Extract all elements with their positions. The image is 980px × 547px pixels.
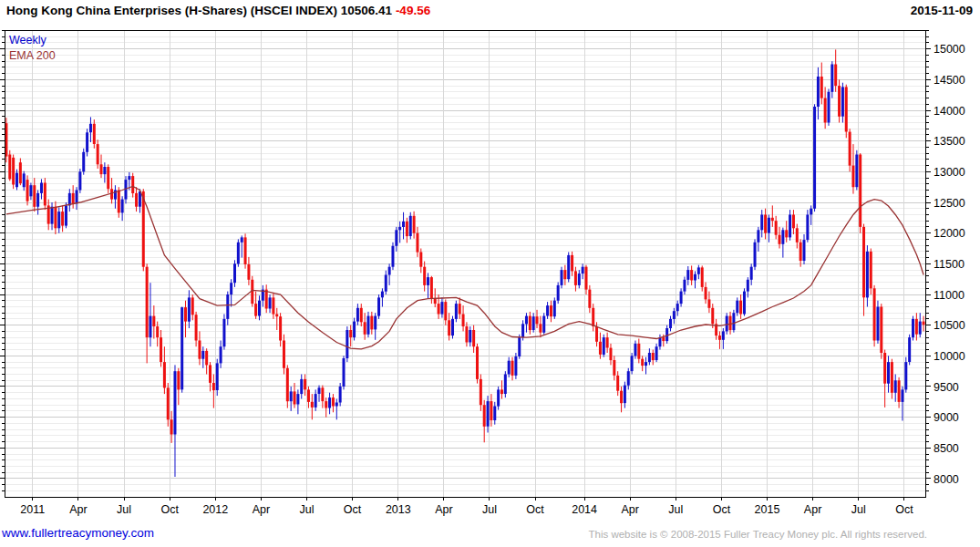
legend-weekly: Weekly (9, 33, 56, 48)
svg-text:Apr: Apr (435, 503, 452, 516)
svg-text:Jul: Jul (851, 503, 866, 516)
svg-text:2015: 2015 (755, 503, 780, 516)
svg-text:Oct: Oct (160, 503, 179, 516)
svg-text:Apr: Apr (804, 503, 821, 516)
svg-text:11500: 11500 (934, 258, 965, 271)
svg-text:12500: 12500 (934, 197, 965, 210)
price-chart-svg: 1500014500140001350013000125001200011500… (0, 0, 980, 547)
svg-text:13000: 13000 (934, 166, 965, 179)
svg-text:Oct: Oct (344, 503, 362, 516)
svg-text:Jul: Jul (117, 503, 131, 516)
svg-text:2013: 2013 (386, 503, 411, 516)
svg-text:15000: 15000 (934, 43, 965, 56)
y-axis: 1500014500140001350013000125001200011500… (0, 30, 965, 490)
chart-legend: Weekly EMA 200 (9, 33, 56, 64)
svg-text:Apr: Apr (69, 503, 87, 516)
legend-ema-200: EMA 200 (9, 48, 56, 64)
svg-text:Oct: Oct (895, 503, 913, 516)
svg-text:2014: 2014 (572, 503, 597, 516)
svg-text:11000: 11000 (934, 289, 965, 302)
svg-text:10000: 10000 (934, 350, 965, 363)
svg-text:13500: 13500 (934, 135, 965, 148)
svg-text:12000: 12000 (934, 227, 965, 240)
svg-text:14000: 14000 (934, 105, 965, 118)
svg-text:Jul: Jul (668, 503, 683, 516)
svg-text:14500: 14500 (934, 74, 965, 87)
svg-text:Jul: Jul (300, 503, 315, 516)
svg-text:8500: 8500 (934, 442, 959, 455)
x-axis: 2011AprJulOct2012AprJulOct2013AprJulOct2… (20, 497, 913, 516)
svg-text:2012: 2012 (202, 503, 228, 516)
svg-text:Oct: Oct (713, 503, 731, 516)
svg-text:Jul: Jul (482, 503, 497, 516)
footer-site-link[interactable]: www.fullertreacymoney.com (2, 526, 154, 540)
svg-text:10500: 10500 (934, 319, 965, 332)
candles (5, 49, 924, 477)
svg-text:9500: 9500 (934, 381, 959, 394)
chart-window: Hong Kong China Enterprises (H-Shares) (… (0, 0, 980, 547)
svg-text:Apr: Apr (621, 503, 638, 516)
price-chart: 1500014500140001350013000125001200011500… (0, 0, 980, 547)
svg-text:9000: 9000 (934, 411, 959, 424)
svg-text:2011: 2011 (20, 503, 45, 516)
svg-text:Apr: Apr (253, 503, 270, 516)
svg-text:8000: 8000 (934, 473, 959, 486)
svg-text:Oct: Oct (526, 503, 544, 516)
copyright-text: This website is © 2008-2015 Fuller Treac… (588, 529, 927, 540)
